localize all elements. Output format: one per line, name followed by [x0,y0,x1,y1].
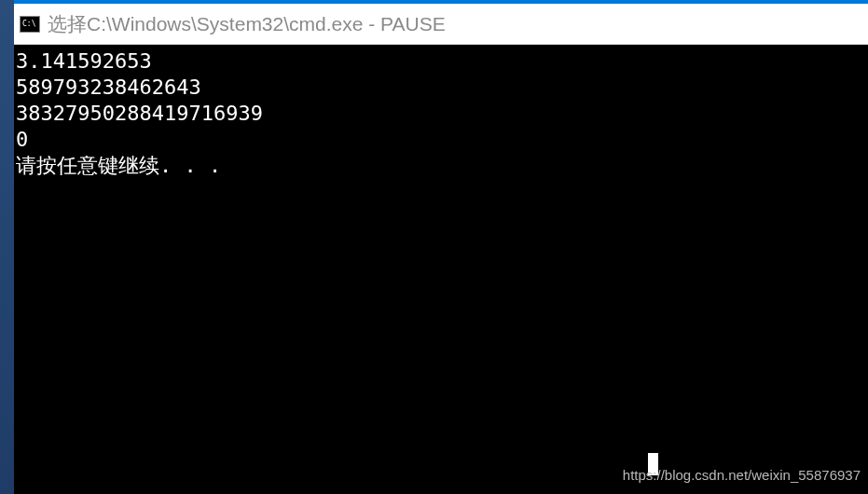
console-line: 38327950288419716939 [16,101,866,127]
cmd-window: C:\ 选择C:\Windows\System32\cmd.exe - PAUS… [14,4,868,494]
console-line: 请按任意键继续. . . [16,153,866,179]
cmd-icon-label: C:\ [22,21,35,28]
console-line: 589793238462643 [16,75,866,101]
window-title: 选择C:\Windows\System32\cmd.exe - PAUSE [48,11,446,37]
console-line: 3.141592653 [16,48,866,75]
cmd-icon: C:\ [20,16,40,33]
titlebar[interactable]: C:\ 选择C:\Windows\System32\cmd.exe - PAUS… [14,4,868,45]
console-line: 0 [16,127,866,153]
console-area[interactable]: 3.141592653 589793238462643 383279502884… [14,45,868,494]
watermark: https://blog.csdn.net/weixin_55876937 [623,462,861,488]
